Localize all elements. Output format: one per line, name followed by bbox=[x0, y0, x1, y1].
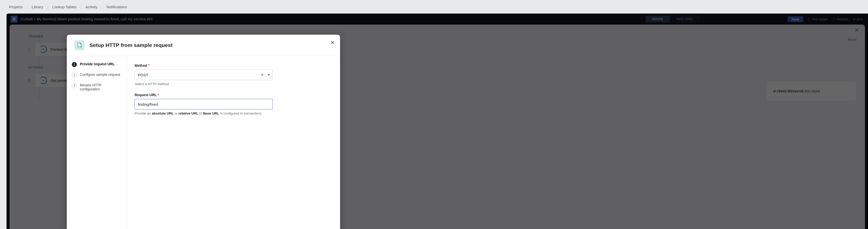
modal-form: Method * POST ✕ Select a HTTP method Req… bbox=[127, 56, 340, 229]
nav-notifications[interactable]: Notifications bbox=[106, 5, 127, 9]
svg-text:HTTP: HTTP bbox=[79, 46, 82, 47]
nav-divider: | bbox=[27, 5, 28, 9]
modal-body: 1 Provide request URL 2 Configure sample… bbox=[67, 56, 340, 229]
url-input[interactable] bbox=[138, 102, 270, 106]
wizard-step-3[interactable]: 3 Review HTTP configuration bbox=[72, 83, 122, 91]
editor-wrap: [Cobalt > My Service] When pentest findi… bbox=[6, 13, 868, 229]
nav-divider: | bbox=[47, 5, 48, 9]
wizard-step-label: Review HTTP configuration bbox=[80, 83, 122, 91]
url-field: Request URL * Provide an absolute URL or… bbox=[135, 93, 333, 115]
method-field: Method * POST ✕ Select a HTTP method bbox=[135, 64, 333, 86]
method-label-text: Method bbox=[135, 64, 147, 68]
url-hint-rel: relative URL bbox=[179, 111, 198, 115]
nav-library[interactable]: Library bbox=[32, 5, 43, 9]
url-hint-pre: Provide an bbox=[135, 111, 152, 115]
http-icon: HTTP bbox=[74, 40, 84, 50]
wizard-step-1[interactable]: 1 Provide request URL bbox=[72, 62, 122, 67]
clear-icon[interactable]: ✕ bbox=[261, 72, 264, 77]
url-input-wrap bbox=[135, 99, 273, 109]
nav-projects[interactable]: Projects bbox=[9, 5, 23, 9]
url-label: Request URL * bbox=[135, 93, 333, 97]
url-hint-post: is configured in connection). bbox=[219, 111, 262, 115]
method-hint: Select a HTTP method bbox=[135, 82, 333, 86]
http-setup-modal: HTTP Setup HTTP from sample request ✕ 1 … bbox=[67, 35, 340, 229]
required-indicator: * bbox=[148, 64, 149, 68]
url-hint-or: or bbox=[174, 111, 179, 115]
url-hint-abs: absolute URL bbox=[152, 111, 174, 115]
chevron-down-icon[interactable] bbox=[268, 74, 270, 75]
modal-close-button[interactable]: ✕ bbox=[330, 40, 335, 45]
wizard-step-num: 2 bbox=[72, 72, 77, 77]
method-label: Method * bbox=[135, 64, 333, 68]
http-document-icon: HTTP bbox=[76, 42, 83, 48]
method-value: POST bbox=[138, 73, 148, 77]
wizard-step-num: 1 bbox=[72, 62, 77, 67]
modal-title: Setup HTTP from sample request bbox=[89, 42, 173, 48]
url-hint: Provide an absolute URL or relative URL … bbox=[135, 111, 333, 115]
nav-divider: | bbox=[101, 5, 102, 9]
wizard-step-num: 3 bbox=[72, 83, 77, 88]
url-label-text: Request URL bbox=[135, 93, 157, 97]
url-hint-if: (if bbox=[198, 111, 203, 115]
url-hint-base: Base URL bbox=[203, 111, 219, 115]
method-select[interactable]: POST ✕ bbox=[135, 70, 273, 80]
top-nav: Projects | Library | Lookup Tables | Act… bbox=[0, 0, 868, 13]
nav-lookup-tables[interactable]: Lookup Tables bbox=[52, 5, 76, 9]
wizard-step-label: Provide request URL bbox=[80, 62, 115, 66]
wizard-step-label: Configure sample request bbox=[80, 72, 120, 76]
required-indicator: * bbox=[158, 93, 159, 97]
modal-header: HTTP Setup HTTP from sample request ✕ bbox=[67, 35, 340, 56]
wizard-step-2[interactable]: 2 Configure sample request bbox=[72, 72, 122, 77]
nav-divider: | bbox=[81, 5, 82, 9]
modal-steps-sidebar: 1 Provide request URL 2 Configure sample… bbox=[67, 56, 127, 229]
nav-activity[interactable]: Activity bbox=[85, 5, 97, 9]
select-controls: ✕ bbox=[261, 72, 270, 77]
